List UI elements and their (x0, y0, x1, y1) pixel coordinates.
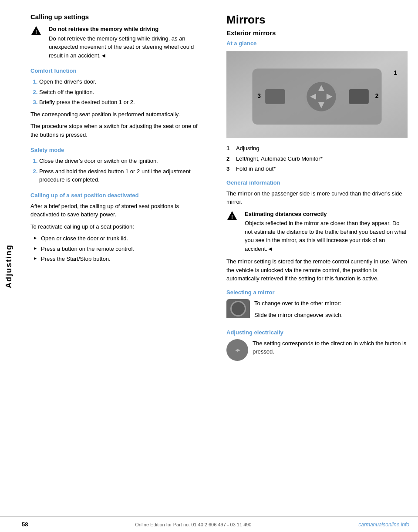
item-label-3: Fold in and out* (236, 165, 276, 173)
svg-text:!: ! (231, 214, 233, 220)
mirror-item-1: 1 Adjusting (226, 144, 408, 153)
adjusting-electrically-heading: Adjusting electrically (226, 329, 408, 336)
general-info-heading: General information (226, 179, 408, 186)
svg-text:1: 1 (394, 69, 397, 76)
comfort-function-steps: Open the driver's door. Switch off the i… (39, 77, 203, 107)
list-item: Press a button on the remote control. (34, 245, 203, 253)
comfort-function-heading: Comfort function (30, 67, 203, 74)
footer-logo: carmanualsonline.info (358, 522, 409, 528)
comfort-note2: The procedure stops when a switch for ad… (30, 122, 203, 139)
item-label-2: Left/right, Automatic Curb Monitor* (236, 155, 323, 163)
main-content: Calling up settings ! Do not retrieve th… (18, 0, 418, 532)
left-column: Calling up settings ! Do not retrieve th… (18, 0, 214, 532)
selecting-mirror-para1: To change over to the other mirror: (254, 299, 408, 308)
warning-title: Do not retrieve the memory while driving (49, 25, 203, 34)
distances-warning-box: ! Estimating distances correctly Objects… (226, 210, 408, 253)
svg-text:!: ! (35, 29, 37, 35)
warning-body: Do not retrieve the memory setting while… (49, 35, 194, 59)
list-item: Open or close the door or trunk lid. (34, 234, 203, 243)
svg-text:2: 2 (375, 92, 379, 99)
exterior-mirrors-heading: Exterior mirrors (226, 29, 408, 37)
sidebar: Adjusting (0, 0, 18, 532)
step-item: Close the driver's door or switch on the… (39, 157, 203, 165)
item-num-2: 2 (226, 155, 233, 163)
right-column: Mirrors Exterior mirrors At a glance (214, 0, 418, 532)
comfort-note1: The corresponding seat position is perfo… (30, 110, 203, 119)
item-num-1: 1 (226, 144, 233, 153)
safety-mode-steps: Close the driver's door or switch on the… (39, 157, 203, 184)
calling-up-settings-title: Calling up settings (30, 13, 203, 20)
adjusting-electrically-content: The setting corresponds to the direction… (226, 339, 408, 361)
calling-up-heading: Calling up of a seat position deactivate… (30, 192, 203, 199)
distances-warning-text: Estimating distances correctly Objects r… (245, 210, 408, 253)
safety-mode-heading: Safety mode (30, 147, 203, 153)
directional-button-illustration (226, 339, 248, 361)
mirror-image: 1 2 3 (226, 51, 408, 138)
distances-warning-body: Objects reflected in the mirror are clos… (245, 220, 406, 252)
selecting-mirror-para2: Slide the mirror changeover switch. (254, 311, 408, 320)
step-item: Briefly press the desired button 1 or 2. (39, 98, 203, 107)
at-a-glance-label: At a glance (226, 40, 408, 47)
mirror-switch-illustration (226, 299, 250, 318)
item-label-1: Adjusting (236, 144, 259, 153)
selecting-mirror-content: To change over to the other mirror: Slid… (226, 299, 408, 323)
item-num-3: 3 (226, 165, 233, 173)
selecting-mirror-text: To change over to the other mirror: Slid… (254, 299, 408, 323)
svg-rect-11 (349, 89, 369, 104)
step-item: Press and hold the desired button 1 or 2… (39, 167, 203, 184)
footer-info: Online Edition for Part no. 01 40 2 606 … (135, 522, 251, 527)
selecting-mirror-heading: Selecting a mirror (226, 289, 408, 296)
mirror-item-3: 3 Fold in and out* (226, 165, 408, 173)
step-item: Open the driver's door. (39, 77, 203, 86)
warning-icon: ! (30, 25, 42, 37)
distances-warning-icon: ! (226, 210, 238, 222)
adjusting-electrically-text: The setting corresponds to the direction… (253, 339, 408, 360)
general-info-para1: The mirror on the passenger side is more… (226, 189, 408, 206)
adjusting-electrically-para1: The setting corresponds to the direction… (253, 339, 408, 356)
svg-rect-10 (265, 89, 285, 104)
page-footer: 58 Online Edition for Part no. 01 40 2 6… (0, 516, 418, 532)
sidebar-label: Adjusting (4, 244, 13, 288)
mirror-image-inner: 1 2 3 (226, 51, 408, 138)
distances-warning-title: Estimating distances correctly (245, 210, 408, 219)
calling-up-para1: After a brief period, the calling up of … (30, 202, 203, 219)
list-item: Press the Start/Stop button. (34, 255, 203, 263)
mirror-item-2: 2 Left/right, Automatic Curb Monitor* (226, 155, 408, 163)
warning-text: Do not retrieve the memory while driving… (49, 25, 203, 60)
mirrors-main-title: Mirrors (226, 13, 408, 27)
page-container: Adjusting Calling up settings ! Do not r… (0, 0, 418, 532)
step-item: Switch off the ignition. (39, 88, 203, 97)
general-info-para2: The mirror setting is stored for the rem… (226, 257, 408, 283)
calling-up-list: Open or close the door or trunk lid. Pre… (34, 234, 203, 263)
svg-text:3: 3 (257, 92, 261, 99)
page-number: 58 (22, 521, 28, 528)
mirror-items-list: 1 Adjusting 2 Left/right, Automatic Curb… (226, 144, 408, 173)
calling-up-para2: To reactivate calling up of a seat posit… (30, 222, 203, 231)
warning-box: ! Do not retrieve the memory while drivi… (30, 25, 203, 60)
